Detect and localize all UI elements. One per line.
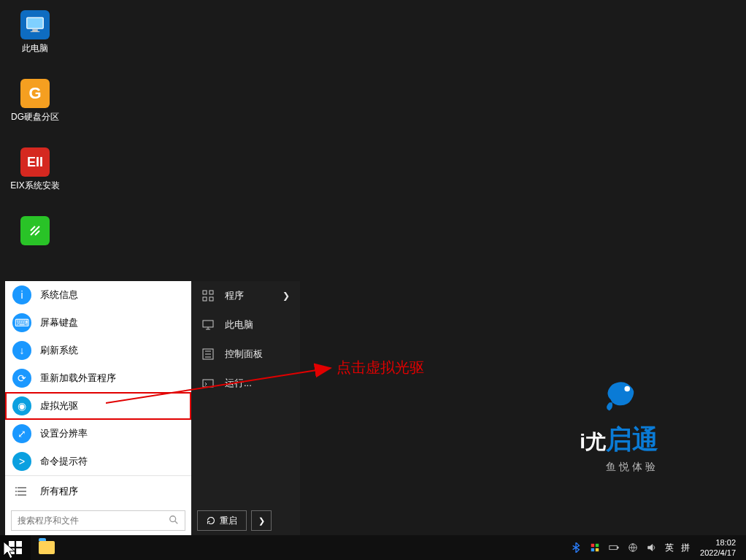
svg-line-8 xyxy=(175,521,178,523)
sm-r-item-label: 控制面板 xyxy=(225,348,263,361)
desktop-icon-label: 此电脑 xyxy=(22,42,48,55)
battery-icon[interactable] xyxy=(608,542,620,553)
search-box[interactable] xyxy=(11,510,185,531)
eii-icon: EII xyxy=(20,147,50,177)
leaf-icon xyxy=(20,216,50,245)
volume-icon[interactable] xyxy=(646,542,658,553)
sm-item-reload-external[interactable]: ⟳ 重新加载外置程序 xyxy=(5,364,191,392)
sm-item-all-programs[interactable]: 所有程序 xyxy=(5,475,191,506)
annotation-text: 点击虚拟光驱 xyxy=(337,358,424,377)
restart-more-button[interactable]: ❯ xyxy=(251,510,272,531)
bluetooth-icon[interactable] xyxy=(570,542,582,553)
refresh-icon: ↓ xyxy=(12,341,31,360)
svg-rect-26 xyxy=(9,548,15,554)
svg-point-4 xyxy=(15,487,17,488)
svg-rect-13 xyxy=(203,321,213,327)
sm-item-label: 命令提示符 xyxy=(40,455,88,468)
reload-icon: ⟳ xyxy=(12,369,31,388)
start-menu-footer xyxy=(5,506,191,535)
start-button[interactable] xyxy=(0,535,31,560)
brand-text-2: 启通 xyxy=(606,422,658,458)
start-menu-left-panel: i 系统信息 ⌨ 屏幕键盘 ↓ 刷新系统 ⟳ 重新加载外置程序 ◉ 虚拟光驱 ⤢… xyxy=(5,281,191,535)
network-icon[interactable] xyxy=(627,542,639,553)
restart-label: 重启 xyxy=(220,515,237,527)
monitor-icon xyxy=(201,318,215,331)
sm-item-label: 设置分辨率 xyxy=(40,427,88,440)
sm-item-label: 重新加载外置程序 xyxy=(40,372,116,385)
g-icon: G xyxy=(20,79,50,108)
start-menu-right-panel: 程序 ❯ 此电脑 控制面板 运行... 重启 xyxy=(191,281,300,535)
windows-icon xyxy=(9,541,22,554)
programs-icon xyxy=(201,289,215,302)
sm-item-label: 刷新系统 xyxy=(40,344,78,357)
sm-item-system-info[interactable]: i 系统信息 xyxy=(5,281,191,309)
svg-rect-2 xyxy=(32,29,38,31)
desktop-icon-dg-disk[interactable]: G DG硬盘分区 xyxy=(7,79,63,123)
sm-item-label: 虚拟光驱 xyxy=(40,399,78,413)
sm-item-refresh-system[interactable]: ↓ 刷新系统 xyxy=(5,337,191,364)
ime-lang[interactable]: 英 xyxy=(665,542,674,554)
desktop-icon-label: DG硬盘分区 xyxy=(11,111,59,123)
svg-rect-0 xyxy=(27,18,44,28)
ime-mode[interactable]: 拼 xyxy=(681,542,690,554)
sm-r-item-run[interactable]: 运行... xyxy=(191,369,300,398)
start-menu-right-footer: 重启 ❯ xyxy=(191,506,300,535)
svg-rect-24 xyxy=(9,541,15,547)
brand-text-1: i尤 xyxy=(580,428,606,456)
sm-r-item-programs[interactable]: 程序 ❯ xyxy=(191,281,300,310)
control-panel-icon xyxy=(201,348,215,361)
sm-r-item-this-pc[interactable]: 此电脑 xyxy=(191,310,300,340)
system-tray: 英 拼 18:02 2022/4/17 xyxy=(570,535,746,560)
svg-rect-33 xyxy=(617,547,618,548)
folder-icon xyxy=(39,541,55,554)
sm-item-set-resolution[interactable]: ⤢ 设置分辨率 xyxy=(5,420,191,448)
fish-icon xyxy=(597,372,641,416)
desktop-icon-this-pc[interactable]: 此电脑 xyxy=(7,10,63,55)
brand-logo: i尤 启通 鱼悦体验 xyxy=(580,372,658,474)
svg-rect-32 xyxy=(610,545,618,549)
taskbar-clock[interactable]: 18:02 2022/4/17 xyxy=(697,537,739,558)
svg-rect-11 xyxy=(203,297,207,301)
svg-point-5 xyxy=(15,491,17,492)
sm-item-cmd[interactable]: > 命令提示符 xyxy=(5,448,191,475)
svg-rect-30 xyxy=(591,548,594,551)
svg-rect-28 xyxy=(591,544,594,547)
svg-point-7 xyxy=(170,515,176,521)
keyboard-icon: ⌨ xyxy=(12,313,31,332)
sm-r-item-control-panel[interactable]: 控制面板 xyxy=(191,340,300,369)
search-input[interactable] xyxy=(18,515,169,526)
security-icon[interactable] xyxy=(589,542,601,553)
info-icon: i xyxy=(12,285,31,304)
sm-item-virtual-drive[interactable]: ◉ 虚拟光驱 xyxy=(5,392,191,420)
taskbar: 英 拼 18:02 2022/4/17 xyxy=(0,535,746,560)
monitor-icon xyxy=(20,10,50,39)
start-menu: i 系统信息 ⌨ 屏幕键盘 ↓ 刷新系统 ⟳ 重新加载外置程序 ◉ 虚拟光驱 ⤢… xyxy=(5,281,300,535)
taskbar-app-explorer[interactable] xyxy=(31,535,63,560)
svg-rect-29 xyxy=(596,544,599,547)
desktop-icon-eix-install[interactable]: EII EIX系统安装 xyxy=(7,147,63,192)
resolution-icon: ⤢ xyxy=(12,424,31,443)
list-icon xyxy=(12,482,31,501)
restart-icon xyxy=(207,516,215,525)
sm-item-screen-keyboard[interactable]: ⌨ 屏幕键盘 xyxy=(5,309,191,337)
sm-r-item-label: 运行... xyxy=(225,377,252,390)
chevron-right-icon: ❯ xyxy=(258,516,265,526)
sm-r-item-label: 此电脑 xyxy=(225,318,253,331)
sm-item-label: 所有程序 xyxy=(40,485,78,498)
restart-button[interactable]: 重启 xyxy=(197,510,247,531)
svg-rect-27 xyxy=(16,548,22,554)
sm-item-label: 系统信息 xyxy=(40,288,78,302)
sm-item-label: 屏幕键盘 xyxy=(40,316,78,329)
search-icon xyxy=(169,515,179,527)
clock-date: 2022/4/17 xyxy=(700,548,736,558)
cmd-icon: > xyxy=(12,452,31,471)
svg-rect-20 xyxy=(203,380,213,387)
svg-rect-31 xyxy=(596,548,599,551)
chevron-right-icon: ❯ xyxy=(282,291,290,301)
run-icon xyxy=(201,377,215,390)
desktop-icon-label: EIX系统安装 xyxy=(10,180,59,192)
desktop-icon-green[interactable] xyxy=(7,216,63,248)
sm-r-item-label: 程序 xyxy=(225,289,244,302)
brand-subtitle: 鱼悦体验 xyxy=(606,461,658,474)
svg-rect-9 xyxy=(203,291,207,294)
